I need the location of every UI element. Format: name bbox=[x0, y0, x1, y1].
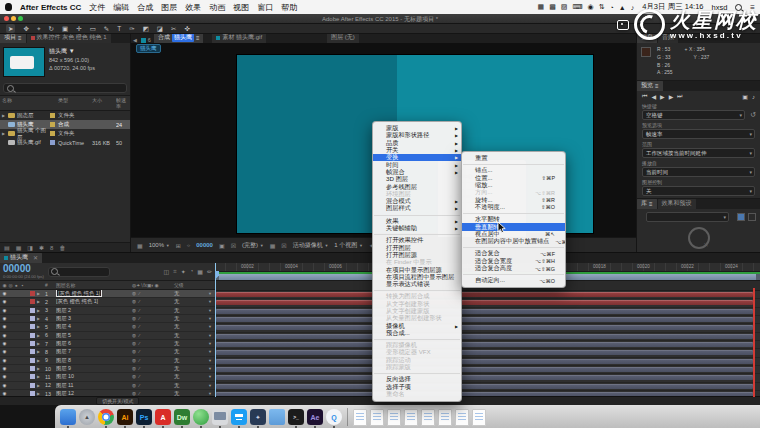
layer-track[interactable] bbox=[215, 291, 760, 299]
lock-cell[interactable] bbox=[20, 358, 25, 363]
menu-item[interactable]: 水平翻转 bbox=[462, 216, 565, 223]
resolution-dropdown[interactable]: (完整) ▼ bbox=[242, 241, 264, 250]
quality-switch-icon[interactable]: ◍ bbox=[132, 333, 136, 338]
menu-item[interactable]: 转换为图层合成 bbox=[373, 293, 461, 300]
quality-slash-icon[interactable]: ∕ bbox=[139, 333, 140, 338]
layer-duration-bar[interactable] bbox=[216, 317, 753, 322]
dock-app-sphere[interactable] bbox=[193, 409, 209, 425]
project-footer-icon[interactable]: 🗑 bbox=[59, 245, 65, 251]
layer-duration-bar[interactable] bbox=[216, 292, 753, 297]
dock-minimized-document[interactable] bbox=[387, 409, 401, 426]
timeline-toolbar-icon[interactable]: ▦ bbox=[197, 268, 203, 275]
project-item-row[interactable]: 猫头鹰.gifQuickTime316 KB50 bbox=[0, 138, 130, 147]
menubar-status-icon[interactable]: ▦ bbox=[538, 3, 545, 11]
transport-button[interactable]: ▶ bbox=[660, 93, 665, 100]
layer-switches[interactable]: ◍∕ bbox=[132, 358, 172, 363]
quality-slash-icon[interactable]: ∕ bbox=[139, 366, 140, 371]
menubar-menu[interactable]: 编辑 bbox=[113, 2, 129, 13]
apple-menu-icon[interactable] bbox=[5, 3, 12, 11]
eye-icon[interactable]: ◉ bbox=[2, 366, 7, 371]
menu-item[interactable]: 反向选择 bbox=[373, 376, 461, 383]
layer-name[interactable]: 图层 8 bbox=[56, 357, 132, 364]
menu-item[interactable]: 打开图层源 bbox=[373, 252, 461, 259]
camera-dropdown[interactable]: 活动摄像机 ▼ bbox=[293, 241, 329, 250]
audio-cell[interactable] bbox=[8, 308, 13, 313]
layer-track[interactable] bbox=[215, 324, 760, 332]
audio-cell[interactable] bbox=[8, 316, 13, 321]
layer-parent-cell[interactable]: 无▼ bbox=[172, 323, 215, 330]
eye-icon[interactable]: ◉ bbox=[2, 358, 7, 363]
menu-item[interactable]: 垂直翻转 bbox=[462, 223, 565, 230]
dock-app-illustrator[interactable]: Ai bbox=[117, 409, 133, 425]
eye-icon[interactable]: ◉ bbox=[2, 316, 7, 321]
timeline-toolbar-icon[interactable]: ⌗ bbox=[173, 268, 176, 275]
layer-row[interactable]: ◉▶2[灰色 橙色 纯色 1]◍∕无▼ bbox=[0, 298, 215, 306]
include-toggle-icon[interactable]: ▣ bbox=[742, 93, 748, 100]
menu-item[interactable]: 不透明度...⇧⌘O bbox=[462, 204, 565, 211]
layer-name[interactable]: [灰色 橙色 纯色 1] bbox=[56, 290, 132, 297]
layer-switches[interactable]: ◍∕ bbox=[132, 374, 172, 379]
transport-button[interactable]: ⏭ bbox=[677, 93, 682, 100]
menu-item[interactable]: 选择子项 bbox=[373, 384, 461, 391]
menubar-menu[interactable]: 动画 bbox=[209, 2, 225, 13]
transport-button[interactable]: ⏮ bbox=[642, 93, 647, 100]
lock-cell[interactable] bbox=[20, 308, 25, 313]
layer-track[interactable] bbox=[215, 299, 760, 307]
layer-duration-bar[interactable] bbox=[216, 334, 753, 339]
quality-slash-icon[interactable]: ∕ bbox=[139, 324, 140, 329]
label-chip[interactable] bbox=[50, 131, 55, 136]
menu-item[interactable]: 蒙版和形状路径▶ bbox=[373, 132, 461, 139]
menu-item[interactable]: 显示表达式错误 bbox=[373, 281, 461, 288]
audio-cell[interactable] bbox=[8, 299, 13, 304]
tool-icon[interactable]: ↻ bbox=[49, 24, 54, 33]
menubar-menu[interactable]: 帮助 bbox=[281, 2, 297, 13]
menu-item[interactable]: 在项目中显示图层源 bbox=[373, 266, 461, 273]
layer-label-chip[interactable] bbox=[30, 349, 35, 354]
menu-item[interactable]: 适合复合⌥⌘F bbox=[462, 250, 565, 257]
comp-timecode[interactable]: 00000 bbox=[196, 242, 213, 248]
layer-label-chip[interactable] bbox=[30, 366, 35, 371]
quality-switch-icon[interactable]: ◍ bbox=[132, 299, 136, 304]
layer-twirl-icon[interactable]: ▶ bbox=[37, 366, 45, 371]
layer-label-chip[interactable] bbox=[30, 299, 35, 304]
menu-item[interactable]: 跟踪蒙版 bbox=[373, 364, 461, 371]
solo-cell[interactable] bbox=[14, 324, 19, 329]
tool-icon[interactable]: ✥ bbox=[23, 24, 28, 33]
layer-name[interactable]: 图层 10 bbox=[56, 373, 132, 380]
eye-icon[interactable]: ◉ bbox=[2, 383, 7, 388]
panel-menu-icon[interactable]: ≡ bbox=[649, 201, 653, 207]
dock-app-photoshop[interactable]: Ps bbox=[136, 409, 152, 425]
layer-twirl-icon[interactable]: ▶ bbox=[37, 374, 45, 379]
tool-icon[interactable]: ◪ bbox=[157, 24, 163, 33]
menu-item[interactable]: 旋转...⇧⌘R bbox=[462, 196, 565, 203]
layer-label-chip[interactable] bbox=[30, 324, 35, 329]
tab-project[interactable]: 项目≡ bbox=[0, 33, 26, 43]
lock-cell[interactable] bbox=[20, 316, 25, 321]
layer-switches[interactable]: ◍∕ bbox=[132, 291, 172, 296]
tool-icon[interactable]: ➤ bbox=[6, 24, 15, 33]
preview-item-name[interactable]: 猫头鹰 ▼ bbox=[49, 47, 95, 56]
layer-label-chip[interactable] bbox=[30, 383, 35, 388]
project-footer-icon[interactable]: ▦ bbox=[16, 244, 22, 251]
menu-item[interactable]: 打开图层 bbox=[373, 244, 461, 251]
layer-switches[interactable]: ◍∕ bbox=[132, 308, 172, 313]
layer-twirl-icon[interactable]: ▶ bbox=[37, 324, 45, 329]
menu-item[interactable]: 效果▶ bbox=[373, 218, 461, 225]
layer-row[interactable]: ◉▶9图层 8◍∕无▼ bbox=[0, 357, 215, 365]
dock-app-spyglass[interactable]: ⌖ bbox=[250, 409, 266, 425]
layer-controls-dropdown[interactable]: 关 bbox=[642, 186, 755, 196]
quality-switch-icon[interactable]: ◍ bbox=[132, 291, 136, 296]
tool-icon[interactable]: ✎ bbox=[104, 24, 109, 33]
play-from-dropdown[interactable]: 当前时间 bbox=[642, 167, 755, 177]
menubar-status-icon[interactable]: ⇅ bbox=[599, 3, 605, 11]
tool-icon[interactable]: ✛ bbox=[76, 24, 81, 33]
menu-item[interactable]: 位置...⇧⌘P bbox=[462, 175, 565, 182]
layer-twirl-icon[interactable]: ▶ bbox=[37, 383, 45, 388]
layer-switches[interactable]: ◍∕ bbox=[132, 324, 172, 329]
layer-label-chip[interactable] bbox=[30, 291, 35, 296]
project-footer-icon[interactable]: ✱ bbox=[39, 244, 44, 251]
tool-icon[interactable]: ⌖ bbox=[37, 24, 41, 33]
roi-icon[interactable]: ▦ bbox=[270, 242, 276, 249]
transparency-grid-icon[interactable]: ☒ bbox=[281, 242, 286, 249]
playhead[interactable] bbox=[215, 263, 216, 397]
